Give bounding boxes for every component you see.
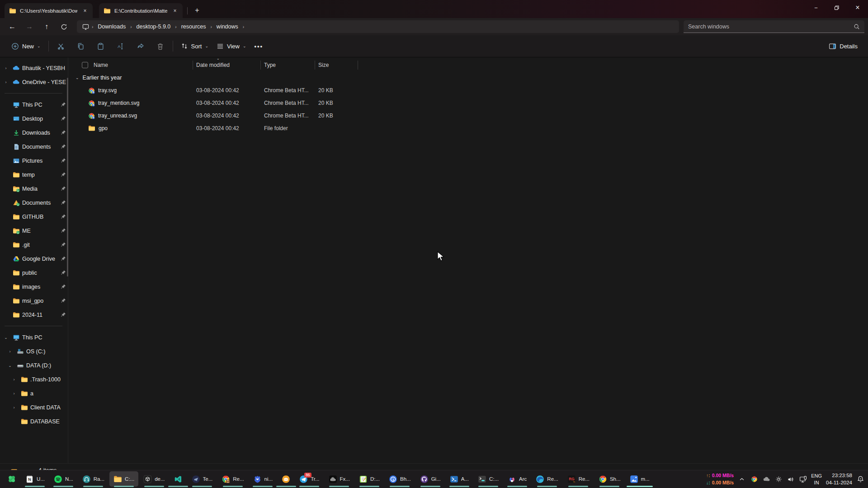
details-pane-button[interactable]: Details (825, 39, 862, 53)
refresh-button[interactable] (56, 20, 71, 33)
taskbar-app-shields[interactable]: Sh... (594, 471, 625, 487)
chrome-tray-icon[interactable] (750, 475, 758, 483)
search-icon[interactable] (854, 23, 860, 30)
breadcrumb-chevron-icon[interactable]: › (210, 24, 213, 29)
expand-chevron-icon[interactable]: › (10, 405, 18, 410)
taskbar-app-telegram[interactable]: Tr...86 (295, 471, 323, 487)
sidebar-item-onedrive-yese[interactable]: ›OneDrive - YESE (0, 75, 68, 89)
cast-device-icon[interactable] (799, 475, 807, 483)
close-button[interactable]: × (847, 0, 868, 15)
breadcrumb-segment[interactable]: Downloads (94, 22, 129, 31)
taskbar-app-spotify[interactable]: N... (50, 471, 77, 487)
explorer-tab-2[interactable]: E:\Contributation\Mattermost\× (99, 3, 183, 18)
see-more-button[interactable]: ••• (250, 40, 267, 53)
restore-button[interactable] (826, 0, 847, 15)
search-box[interactable] (684, 20, 864, 33)
column-header-type[interactable]: Type (261, 61, 315, 70)
clock[interactable]: 23:23:58 04-11-2024 (826, 472, 852, 486)
column-header-name[interactable]: Name (82, 61, 193, 70)
breadcrumb-segment[interactable]: windows (213, 22, 242, 31)
sidebar-item-desktop[interactable]: Desktop (0, 112, 68, 126)
sort-button[interactable]: Sort ⌄ (177, 39, 212, 53)
language-indicator[interactable]: ENG IN (811, 473, 822, 486)
breadcrumb-chevron-icon[interactable]: › (242, 24, 245, 29)
taskbar-app-equalizer[interactable]: Fx... (325, 471, 354, 487)
sidebar-item-downloads[interactable]: Downloads (0, 126, 68, 140)
minimize-button[interactable]: − (806, 0, 826, 15)
breadcrumb-segment[interactable]: resources (178, 22, 210, 31)
network-speed-widget[interactable]: ↑:0.00 MB/s ↓:0.00 MB/s (706, 472, 734, 486)
taskbar-app-notepad-plus[interactable]: D:... (355, 471, 384, 487)
taskbar-app-file-explorer[interactable]: C:... (109, 471, 138, 487)
sidebar-item-2024-11[interactable]: 2024-11 (0, 308, 68, 322)
column-header-size[interactable]: Size (315, 61, 358, 70)
tab-close-button[interactable]: × (81, 7, 89, 15)
notification-bell-icon[interactable]: z (856, 475, 864, 483)
new-button[interactable]: New ⌄ (7, 39, 45, 53)
taskbar-app-brave-nightly[interactable]: ni... (249, 471, 277, 487)
taskbar-app-vscode[interactable] (170, 471, 187, 487)
group-header[interactable]: ⌄ Earlier this year (68, 71, 868, 84)
breadcrumb-chevron-icon[interactable]: › (129, 24, 132, 29)
sidebar-item-google-drive[interactable]: Google Drive (0, 252, 68, 266)
taskbar-app-telegram-dark[interactable]: Te... (188, 471, 217, 487)
paste-button[interactable] (92, 38, 109, 54)
tray-expand-chevron-icon[interactable] (738, 475, 746, 483)
explorer-tab-1[interactable]: C:\Users\Yesbhautik\Downloa× (5, 3, 93, 18)
sidebar-item-database[interactable]: DATABASE (0, 414, 68, 428)
sidebar-item--trash-1000[interactable]: ›.Trash-1000 (0, 372, 68, 386)
taskbar-app-headphones[interactable]: Ra... (78, 471, 108, 487)
sidebar-item-msi-gpo[interactable]: msi_gpo (0, 294, 68, 308)
taskbar-app-photos[interactable]: m... (626, 471, 654, 487)
cut-button[interactable] (52, 38, 70, 54)
sidebar-item-documents[interactable]: Documents (0, 196, 68, 210)
column-header-date-modified[interactable]: Date modified⌄ (193, 61, 261, 70)
taskbar-app-start-clover[interactable] (3, 471, 20, 487)
tab-close-button[interactable]: × (171, 7, 179, 15)
taskbar-app-dark-cube[interactable]: de... (139, 471, 169, 487)
sidebar-item-media[interactable]: Media (0, 182, 68, 196)
sidebar-item-bhautik-yesbh[interactable]: ›Bhautik - YESBH (0, 61, 68, 75)
expand-chevron-icon[interactable]: ⌄ (2, 335, 10, 340)
search-input[interactable] (688, 23, 837, 30)
expand-chevron-icon[interactable]: › (10, 391, 18, 396)
expand-chevron-icon[interactable]: › (10, 377, 18, 382)
taskbar-app-rg-app[interactable]: RG71Re... (563, 471, 594, 487)
sidebar-item-client-data[interactable]: ›Client DATA (0, 400, 68, 414)
sidebar-item--git[interactable]: .git (0, 238, 68, 252)
taskbar-app-discord[interactable] (278, 471, 294, 487)
breadcrumb-chevron-icon[interactable]: › (174, 24, 177, 29)
sidebar-item-me[interactable]: ME (0, 224, 68, 238)
forward-button[interactable]: → (22, 20, 37, 33)
sidebar-item-pictures[interactable]: Pictures (0, 154, 68, 168)
expand-chevron-icon[interactable]: › (2, 80, 10, 84)
taskbar-app-notepad[interactable]: NU... (21, 471, 49, 487)
rename-button[interactable]: A (112, 38, 129, 54)
expand-chevron-icon[interactable]: › (6, 349, 14, 354)
file-row-gpo[interactable]: gpo03-08-2024 00:42File folder (68, 122, 868, 135)
sidebar-item-this-pc[interactable]: ⌄This PC (0, 330, 68, 344)
taskbar-app-github[interactable]: Gi... (416, 471, 445, 487)
select-all-checkbox[interactable] (82, 62, 88, 68)
file-row-tray-mention-svg[interactable]: Btray_mention.svg03-08-2024 00:42Chrome … (68, 97, 868, 109)
breadcrumb-segment[interactable]: desktop-5.9.0 (133, 22, 175, 31)
sidebar-item-data-d-[interactable]: ⌄DATA (D:) (0, 358, 68, 372)
taskbar-app-chrome-profile[interactable]: Re... (217, 471, 248, 487)
sidebar-item-temp[interactable]: temp (0, 168, 68, 182)
taskbar-app-edge[interactable]: Re... (532, 471, 562, 487)
delete-button[interactable] (152, 38, 169, 54)
sidebar-item-a[interactable]: ›a (0, 386, 68, 400)
view-button[interactable]: View ⌄ (212, 39, 250, 53)
breadcrumb-chevron-icon[interactable]: › (91, 24, 94, 29)
expand-chevron-icon[interactable]: › (2, 66, 10, 70)
copy-button[interactable] (72, 38, 90, 54)
taskbar-app-terminal[interactable]: C:... (474, 471, 503, 487)
share-button[interactable] (132, 38, 149, 54)
new-tab-button[interactable]: + (191, 5, 203, 16)
taskbar-app-arc[interactable]: Arc (504, 471, 531, 487)
back-button[interactable]: ← (5, 20, 20, 33)
sidebar-item-images[interactable]: images (0, 280, 68, 294)
file-row-tray-svg[interactable]: Btray.svg03-08-2024 00:42Chrome Beta HT.… (68, 84, 868, 97)
taskbar-app-powershell[interactable]: A... (446, 471, 473, 487)
onedrive-gray-icon[interactable] (762, 475, 770, 483)
